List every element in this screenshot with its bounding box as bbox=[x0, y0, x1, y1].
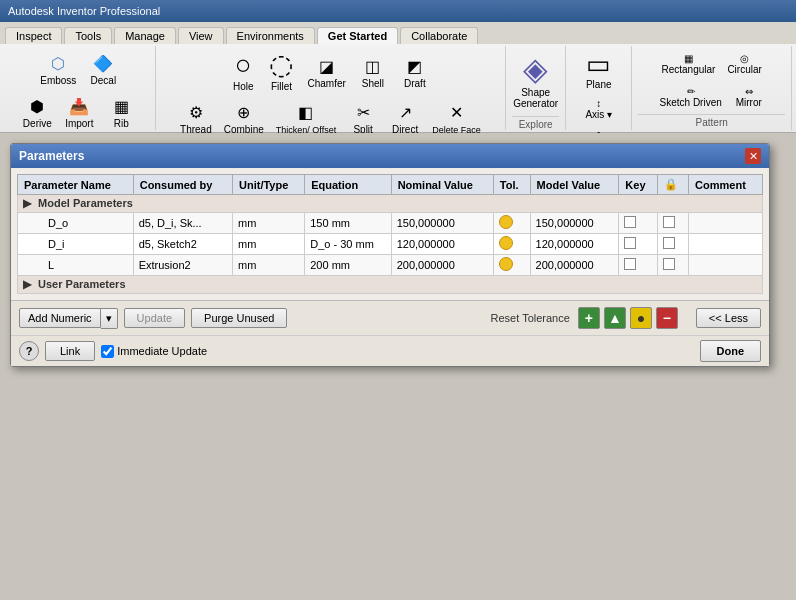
reset-tolerance-label: Reset Tolerance bbox=[491, 312, 570, 324]
fillet-button[interactable]: ◌ Fillet bbox=[262, 48, 300, 95]
rectangular-button[interactable]: ▦ Rectangular bbox=[656, 50, 720, 78]
tab-inspect[interactable]: Inspect bbox=[5, 27, 62, 44]
chamfer-icon: ◪ bbox=[315, 54, 339, 78]
shapegenerator-button[interactable]: ◈ ShapeGenerator bbox=[502, 48, 569, 114]
done-button[interactable]: Done bbox=[700, 340, 762, 362]
draft-button[interactable]: ◩ Draft bbox=[395, 51, 435, 92]
tab-collaborate[interactable]: Collaborate bbox=[400, 27, 478, 44]
tol-minus-button[interactable]: − bbox=[656, 307, 678, 329]
tab-getstarted[interactable]: Get Started bbox=[317, 27, 398, 44]
rib-button[interactable]: ▦ Rib bbox=[101, 91, 141, 132]
tab-environments[interactable]: Environments bbox=[226, 27, 315, 44]
ribbon: Inspect Tools Manage View Environments G… bbox=[0, 22, 796, 133]
param-unit-di: mm bbox=[233, 234, 305, 255]
pattern-group-label: Pattern bbox=[638, 114, 785, 128]
combine-button[interactable]: ⊕ Combine bbox=[219, 97, 269, 138]
title-bar: Autodesk Inventor Professional bbox=[0, 0, 796, 22]
update-button[interactable]: Update bbox=[124, 308, 185, 328]
ribbon-tabs: Inspect Tools Manage View Environments G… bbox=[0, 22, 796, 44]
add-numeric-arrow[interactable]: ▾ bbox=[101, 308, 118, 329]
tab-manage[interactable]: Manage bbox=[114, 27, 176, 44]
lock-checkbox-l[interactable] bbox=[663, 258, 675, 270]
axis-button[interactable]: ↕ Axis ▾ bbox=[578, 95, 619, 123]
param-nominal-do: 150,000000 bbox=[391, 213, 493, 234]
circular-button[interactable]: ◎ Circular bbox=[722, 50, 766, 78]
model-params-label: Model Parameters bbox=[38, 197, 133, 209]
emboss-button[interactable]: ⬡ Emboss bbox=[35, 48, 81, 89]
mirror-button[interactable]: ⇔ Mirror bbox=[729, 83, 769, 111]
tol-triangle-button[interactable]: ▲ bbox=[604, 307, 626, 329]
table-row[interactable]: L Extrusion2 mm 200 mm 200,000000 200,00… bbox=[18, 255, 763, 276]
param-name-l[interactable]: L bbox=[18, 255, 134, 276]
hole-button[interactable]: ○ Hole bbox=[226, 48, 261, 95]
tol-plus-button[interactable]: + bbox=[578, 307, 600, 329]
param-tol-di bbox=[493, 234, 530, 255]
param-comment-di[interactable] bbox=[689, 234, 763, 255]
split-icon: ✂ bbox=[351, 100, 375, 124]
user-params-label: User Parameters bbox=[38, 278, 125, 290]
key-checkbox-l[interactable] bbox=[624, 258, 636, 270]
tol-dot-l[interactable] bbox=[499, 257, 513, 271]
decal-button[interactable]: 🔷 Decal bbox=[83, 48, 123, 89]
param-eq-l[interactable]: 200 mm bbox=[305, 255, 391, 276]
key-checkbox-di[interactable] bbox=[624, 237, 636, 249]
add-numeric-split: Add Numeric ▾ bbox=[19, 308, 118, 329]
col-header-unit: Unit/Type bbox=[233, 175, 305, 195]
direct-button[interactable]: ↗ Direct bbox=[385, 97, 425, 138]
param-unit-l: mm bbox=[233, 255, 305, 276]
parameters-table: Parameter Name Consumed by Unit/Type Equ… bbox=[17, 174, 763, 294]
param-key-l bbox=[619, 255, 657, 276]
hole-icon: ○ bbox=[235, 51, 252, 79]
col-header-consumed: Consumed by bbox=[133, 175, 232, 195]
param-comment-do[interactable] bbox=[689, 213, 763, 234]
immediate-update-label[interactable]: Immediate Update bbox=[101, 345, 207, 358]
dialog-footer-1: Add Numeric ▾ Update Purge Unused Reset … bbox=[11, 300, 769, 335]
param-name-di[interactable]: D_i bbox=[18, 234, 134, 255]
sketchdriven-button[interactable]: ✏ Sketch Driven bbox=[655, 83, 727, 111]
add-numeric-button[interactable]: Add Numeric bbox=[19, 308, 101, 328]
col-header-equation: Equation bbox=[305, 175, 391, 195]
deleteface-button[interactable]: ✕ Delete Face bbox=[427, 98, 486, 138]
help-button[interactable]: ? bbox=[19, 341, 39, 361]
split-button[interactable]: ✂ Split bbox=[343, 97, 383, 138]
parameters-dialog: Parameters ✕ Parameter Name Consumed by … bbox=[10, 143, 770, 367]
table-row[interactable]: D_i d5, Sketch2 mm D_o - 30 mm 120,00000… bbox=[18, 234, 763, 255]
tab-tools[interactable]: Tools bbox=[64, 27, 112, 44]
param-tol-l bbox=[493, 255, 530, 276]
thicken-button[interactable]: ◧ Thicken/ Offset bbox=[271, 98, 341, 138]
import-button[interactable]: 📥 Import bbox=[59, 91, 99, 132]
col-header-comment: Comment bbox=[689, 175, 763, 195]
plane-button[interactable]: ▭ Plane bbox=[579, 48, 619, 93]
lock-checkbox-do[interactable] bbox=[663, 216, 675, 228]
rib-icon: ▦ bbox=[109, 94, 133, 118]
param-nominal-l: 200,000000 bbox=[391, 255, 493, 276]
param-unit-do: mm bbox=[233, 213, 305, 234]
chamfer-button[interactable]: ◪ Chamfer bbox=[302, 51, 350, 92]
param-comment-l[interactable] bbox=[689, 255, 763, 276]
tol-dot-do[interactable] bbox=[499, 215, 513, 229]
purge-unused-button[interactable]: Purge Unused bbox=[191, 308, 287, 328]
immediate-update-checkbox[interactable] bbox=[101, 345, 114, 358]
link-button[interactable]: Link bbox=[45, 341, 95, 361]
thread-button[interactable]: ⚙ Thread bbox=[175, 97, 217, 138]
tol-dot-di[interactable] bbox=[499, 236, 513, 250]
ribbon-content: ⬡ Emboss 🔷 Decal ⬢ Derive 📥 Im bbox=[0, 44, 796, 132]
less-button[interactable]: << Less bbox=[696, 308, 761, 328]
tab-view[interactable]: View bbox=[178, 27, 224, 44]
dialog-title-bar: Parameters ✕ bbox=[11, 144, 769, 168]
decal-icon: 🔷 bbox=[91, 51, 115, 75]
param-name-do[interactable]: D_o bbox=[18, 213, 134, 234]
shell-button[interactable]: ◫ Shell bbox=[353, 51, 393, 92]
param-eq-do[interactable]: 150 mm bbox=[305, 213, 391, 234]
ribbon-group-workfeatures: ▭ Plane ↕ Axis ▾ • Point ▾ ⊞ UCS bbox=[566, 46, 632, 130]
dialog-close-button[interactable]: ✕ bbox=[745, 148, 761, 164]
dialog-footer-2: ? Link Immediate Update Done bbox=[11, 335, 769, 366]
key-checkbox-do[interactable] bbox=[624, 216, 636, 228]
lock-checkbox-di[interactable] bbox=[663, 237, 675, 249]
table-row[interactable]: D_o d5, D_i, Sk... mm 150 mm 150,000000 … bbox=[18, 213, 763, 234]
derive-button[interactable]: ⬢ Derive bbox=[17, 91, 57, 132]
section-user-params: ▶ User Parameters bbox=[18, 276, 763, 294]
param-eq-di[interactable]: D_o - 30 mm bbox=[305, 234, 391, 255]
tol-circle-button[interactable]: ● bbox=[630, 307, 652, 329]
ribbon-group-explore: ◈ ShapeGenerator Explore bbox=[506, 46, 566, 130]
